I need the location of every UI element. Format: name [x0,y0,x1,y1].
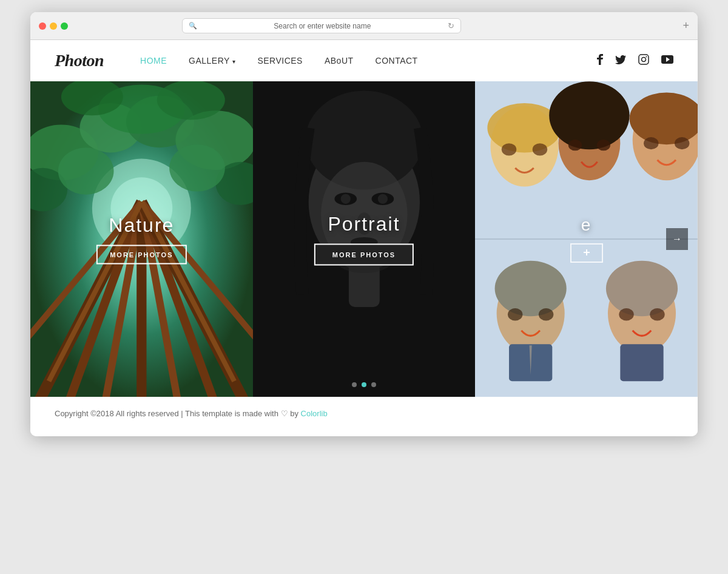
svg-rect-0 [639,55,649,64]
nav-contact[interactable]: CONTACT [376,56,418,66]
footer-copyright: Copyright ©2018 All rights reserved | Th… [55,409,278,418]
site-footer: Copyright ©2018 All rights reserved | Th… [30,397,698,436]
carousel-dot-2[interactable] [362,382,366,387]
nav-gallery-label: GALLERY [189,56,230,66]
svg-point-48 [550,81,630,149]
nature-more-photos-button[interactable]: MORE PHOTOS [96,245,186,265]
youtube-icon[interactable] [661,55,673,66]
svg-rect-66 [621,344,664,381]
address-bar-text: Search or enter website name [201,22,444,30]
new-tab-button[interactable]: + [682,19,689,32]
svg-point-57 [495,261,567,317]
site-content: Photon HOME GALLERY SERVICES ABoUT CONTA… [30,40,698,436]
navigation: Photon HOME GALLERY SERVICES ABoUT CONTA… [30,40,698,81]
search-icon: 🔍 [189,22,197,30]
footer-brand-link[interactable]: Colorlib [301,409,328,418]
dot-minimize[interactable] [50,22,57,30]
svg-rect-68 [586,249,587,255]
svg-point-26 [169,144,225,191]
carousel-dot-1[interactable] [352,382,357,387]
footer-heart: ♡ [281,409,288,418]
svg-point-59 [539,308,553,320]
svg-point-46 [533,143,547,155]
svg-point-54 [675,137,689,149]
portrait-panel[interactable]: Portrait MORE PHOTOS [253,81,476,397]
svg-point-2 [646,56,647,58]
portrait-panel-overlay: Portrait MORE PHOTOS [314,213,414,266]
footer-by: by [290,409,298,418]
svg-point-29 [157,81,225,120]
carousel-dots [352,382,376,387]
svg-point-58 [508,308,522,320]
people-panel-overlay: e [570,215,603,263]
dot-maximize[interactable] [61,22,68,30]
svg-point-1 [642,58,646,62]
portrait-more-photos-button[interactable]: MORE PHOTOS [314,244,414,266]
browser-window: 🔍 Search or enter website name ↻ + Photo… [30,12,698,436]
svg-point-64 [619,308,634,320]
people-panel[interactable]: e → [475,81,698,397]
social-links [597,54,673,67]
address-bar[interactable]: 🔍 Search or enter website name ↻ [182,18,461,33]
site-logo[interactable]: Photon [55,51,104,70]
browser-chrome: 🔍 Search or enter website name ↻ + [30,12,698,40]
facebook-icon[interactable] [597,54,603,67]
nav-services[interactable]: SERVICES [257,56,303,66]
nav-home[interactable]: HOME [140,56,167,66]
nature-panel-overlay: Nature MORE PHOTOS [96,214,186,265]
svg-point-50 [597,140,610,150]
svg-point-37 [340,194,350,204]
twitter-icon[interactable] [615,55,626,67]
people-title: e [581,215,592,235]
nav-links: HOME GALLERY SERVICES ABoUT CONTACT [140,56,597,66]
instagram-icon[interactable] [638,54,649,67]
next-slide-button[interactable]: → [666,228,688,250]
nav-about[interactable]: ABoUT [325,56,354,66]
browser-dots [39,22,68,30]
nature-title: Nature [109,214,174,237]
svg-point-25 [58,147,114,194]
nature-panel[interactable]: Nature MORE PHOTOS [30,81,253,397]
carousel-dot-3[interactable] [371,382,376,387]
nav-gallery[interactable]: GALLERY [189,56,235,66]
people-more-photos-icon [584,249,590,257]
svg-point-65 [650,308,665,320]
svg-point-49 [568,140,582,150]
svg-point-63 [606,261,678,317]
dot-close[interactable] [39,22,46,30]
people-more-photos-button[interactable] [570,243,603,263]
chevron-down-icon [232,56,236,66]
refresh-icon[interactable]: ↻ [448,21,454,30]
svg-point-53 [644,137,658,149]
gallery-grid: Nature MORE PHOTOS [30,81,698,397]
portrait-title: Portrait [328,213,400,235]
svg-point-45 [502,143,516,155]
svg-point-38 [377,194,387,204]
